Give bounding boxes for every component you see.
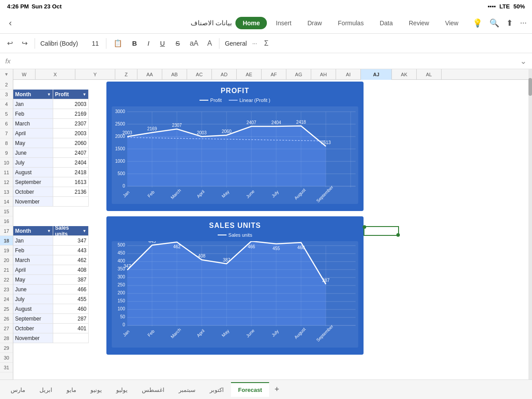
- sheet-tab-مايو[interactable]: مايو: [59, 382, 83, 397]
- sales-month-cell[interactable]: April: [13, 265, 53, 275]
- italic-button[interactable]: I: [145, 39, 152, 48]
- font-selector[interactable]: Calibri (Body): [40, 40, 85, 47]
- sales-month-cell[interactable]: May: [13, 275, 53, 285]
- underline-button[interactable]: U: [157, 39, 168, 48]
- sales-month-header[interactable]: Month ▼: [13, 226, 53, 236]
- profit-value-cell[interactable]: 1613: [53, 177, 89, 187]
- bulb-icon[interactable]: 💡: [473, 18, 482, 28]
- share-icon[interactable]: ⬆: [506, 18, 513, 28]
- col-AI[interactable]: AI: [336, 69, 361, 80]
- profit-month-cell[interactable]: Jan: [13, 99, 53, 109]
- sales-row[interactable]: April408: [13, 265, 89, 275]
- font-size[interactable]: 11: [90, 40, 101, 47]
- sales-value-cell[interactable]: 387: [53, 275, 89, 285]
- sales-row[interactable]: July455: [13, 294, 89, 304]
- profit-month-cell[interactable]: June: [13, 148, 53, 158]
- profit-row[interactable]: August2418: [13, 168, 89, 177]
- sheet-tab-اكتوبر[interactable]: اكتوبر: [203, 382, 231, 397]
- tab-home[interactable]: Home: [235, 17, 267, 29]
- sales-month-cell[interactable]: March: [13, 255, 53, 265]
- sales-month-cell[interactable]: August: [13, 304, 53, 314]
- sales-value-cell[interactable]: 462: [53, 255, 89, 265]
- sales-month-cell[interactable]: October: [13, 324, 53, 333]
- more-icon[interactable]: ···: [520, 18, 527, 27]
- sales-value-cell[interactable]: 347: [53, 236, 89, 246]
- profit-value-cell[interactable]: 2136: [53, 187, 89, 197]
- profit-month-header[interactable]: Month ▼: [13, 90, 53, 99]
- profit-row[interactable]: July2404: [13, 158, 89, 168]
- profit-row[interactable]: Feb2169: [13, 109, 89, 119]
- undo-button[interactable]: ↩: [5, 37, 15, 49]
- sales-month-cell[interactable]: Jan: [13, 236, 53, 246]
- sales-value-cell[interactable]: 460: [53, 304, 89, 314]
- sales-row[interactable]: March462: [13, 255, 89, 265]
- tab-draw[interactable]: Draw: [300, 17, 329, 29]
- col-AJ[interactable]: AJ: [361, 69, 392, 80]
- col-X[interactable]: X: [35, 69, 75, 80]
- sales-value-cell[interactable]: [53, 333, 89, 343]
- sales-row[interactable]: September287: [13, 314, 89, 324]
- filter-icon[interactable]: ▼: [47, 92, 51, 97]
- search-icon[interactable]: 🔍: [489, 18, 499, 28]
- sales-value-cell[interactable]: 455: [53, 294, 89, 304]
- col-AL[interactable]: AL: [417, 69, 442, 80]
- col-W[interactable]: W: [13, 69, 35, 80]
- tab-formulas[interactable]: Formulas: [331, 17, 371, 29]
- col-AK[interactable]: AK: [392, 69, 417, 80]
- sales-value-header[interactable]: Sales units ▼: [53, 226, 89, 236]
- profit-month-cell[interactable]: September: [13, 177, 53, 187]
- profit-month-cell[interactable]: March: [13, 119, 53, 129]
- sheet-tab-يونيو[interactable]: يونيو: [83, 382, 109, 397]
- sales-month-cell[interactable]: September: [13, 314, 53, 324]
- filter-icon-3[interactable]: ▼: [47, 229, 51, 233]
- selection-dot-tl[interactable]: [363, 225, 366, 229]
- sheet-tab-مارس[interactable]: مارس: [4, 382, 32, 397]
- profit-row[interactable]: Jan2003: [13, 99, 89, 109]
- filter-icon-4[interactable]: ▼: [82, 229, 86, 233]
- profit-month-cell[interactable]: May: [13, 138, 53, 148]
- formula-expand[interactable]: ⌄: [520, 56, 527, 66]
- profit-value-cell[interactable]: 2307: [53, 119, 89, 129]
- sales-value-cell[interactable]: 401: [53, 324, 89, 333]
- sheet-tab-يوليو[interactable]: يوليو: [109, 382, 135, 397]
- sales-month-cell[interactable]: November: [13, 333, 53, 343]
- number-format[interactable]: General: [225, 40, 247, 47]
- profit-month-cell[interactable]: November: [13, 197, 53, 207]
- sales-row[interactable]: November: [13, 333, 89, 343]
- profit-value-cell[interactable]: 2404: [53, 158, 89, 168]
- profit-value-cell[interactable]: 2407: [53, 148, 89, 158]
- profit-row[interactable]: November: [13, 197, 89, 207]
- col-AD[interactable]: AD: [212, 69, 237, 80]
- col-Y[interactable]: Y: [75, 69, 115, 80]
- sheet-tab-ابريل[interactable]: ابريل: [32, 382, 59, 397]
- sales-month-cell[interactable]: July: [13, 294, 53, 304]
- profit-value-cell[interactable]: 2003: [53, 129, 89, 138]
- sales-row[interactable]: June466: [13, 285, 89, 294]
- profit-value-header[interactable]: Profit ▼: [53, 90, 89, 99]
- back-button[interactable]: ‹: [5, 16, 16, 30]
- col-AH[interactable]: AH: [311, 69, 336, 80]
- sheet-tab-Forecast[interactable]: Forecast: [231, 382, 269, 397]
- sales-row[interactable]: October401: [13, 324, 89, 333]
- selection-dot-br[interactable]: [396, 233, 400, 237]
- sheet-tab-اغسطس[interactable]: اغسطس: [135, 382, 172, 397]
- filter-icon-2[interactable]: ▼: [82, 92, 86, 97]
- profit-row[interactable]: September1613: [13, 177, 89, 187]
- sum-button[interactable]: Σ: [262, 38, 270, 49]
- profit-row[interactable]: May2060: [13, 138, 89, 148]
- sales-value-cell[interactable]: 287: [53, 314, 89, 324]
- paste-button[interactable]: 📋: [112, 37, 124, 49]
- profit-month-cell[interactable]: Feb: [13, 109, 53, 119]
- text-color-button[interactable]: aA: [188, 38, 200, 49]
- col-AE[interactable]: AE: [237, 69, 262, 80]
- tab-view[interactable]: View: [438, 17, 466, 29]
- sales-value-cell[interactable]: 443: [53, 246, 89, 255]
- add-sheet-button[interactable]: +: [269, 381, 285, 398]
- col-AA[interactable]: AA: [137, 69, 162, 80]
- col-AF[interactable]: AF: [262, 69, 286, 80]
- sales-row[interactable]: May387: [13, 275, 89, 285]
- sales-value-cell[interactable]: 408: [53, 265, 89, 275]
- vertical-scrollbar[interactable]: [528, 69, 532, 379]
- scrollbar-thumb[interactable]: [528, 78, 532, 96]
- sheet-tab-سبتمبر[interactable]: سبتمبر: [172, 382, 203, 397]
